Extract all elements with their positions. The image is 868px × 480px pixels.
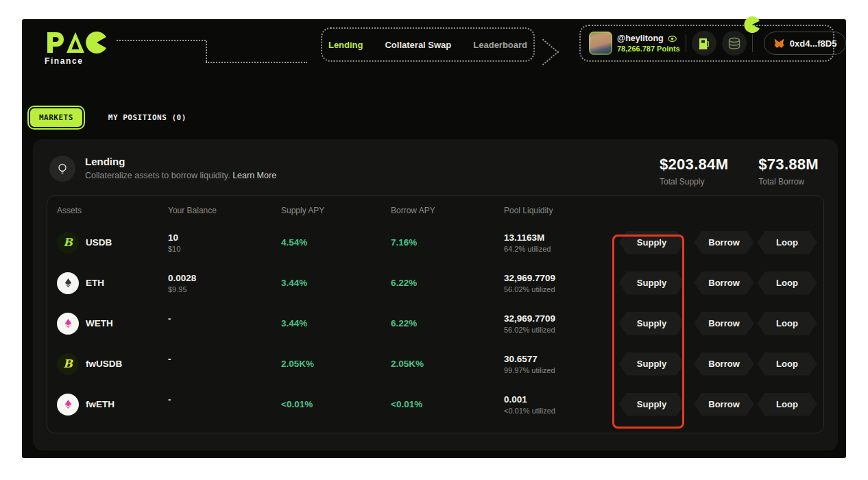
loop-button[interactable]: Loop (757, 272, 817, 295)
supply-apy: 4.54% (281, 237, 391, 248)
borrow-apy: 2.05K% (391, 359, 504, 369)
loop-button[interactable]: Loop (757, 312, 817, 335)
balance-cell: - (168, 354, 281, 374)
nav-item-lending[interactable]: Lending (328, 40, 363, 50)
nav-item-collateral-swap[interactable]: Collateral Swap (385, 40, 451, 50)
wallet-button[interactable]: 0xd4...f8D5 (764, 32, 847, 55)
divider (686, 34, 686, 52)
liquidity-amount: 13.1163M (504, 232, 612, 243)
weth-token-icon: B (57, 313, 79, 335)
panel-title: Lending (85, 156, 276, 167)
gas-button[interactable] (692, 31, 716, 56)
liquidity-utilized: 64.2% utilized (504, 245, 612, 253)
coins-button[interactable] (722, 31, 747, 56)
dotted-trail (206, 62, 307, 63)
borrow-button[interactable]: Borrow (694, 352, 754, 376)
liquidity-utilized: 56.02% utilized (504, 326, 612, 334)
balance-cell: 0.0028 $9.95 (168, 273, 281, 293)
lending-header: Lending Collateralize assets to borrow l… (33, 139, 838, 187)
totals: $203.84M Total Supply $73.88M Total Borr… (660, 156, 823, 187)
asset-cell: B fwETH (57, 394, 168, 416)
table-row: B fwETH - <0.01% <0.01% 0.001 <0.01% uti… (47, 384, 823, 424)
account-bar: @heylitong 78,266.787 Points (579, 25, 834, 62)
borrow-button[interactable]: Borrow (694, 393, 754, 416)
fwusdb-token-icon: B (57, 353, 79, 375)
supply-button[interactable]: Supply (619, 352, 685, 376)
asset-name: WETH (86, 318, 113, 328)
dotted-trail (542, 39, 559, 53)
asset-name: fwETH (86, 399, 114, 409)
wallet-address: 0xd4...f8D5 (790, 38, 837, 49)
liquidity-cell: 0.001 <0.01% utilized (504, 394, 612, 415)
col-your-balance: Your Balance (168, 206, 281, 215)
liquidity-amount: 0.001 (504, 394, 612, 405)
brand-name: PAC (45, 55, 45, 56)
tab-my-positions[interactable]: MY POSITIONS (0) (108, 113, 186, 122)
liquidity-amount: 30.6577 (504, 354, 612, 364)
table-row: B WETH - 3.44% 6.22% 32,969.7709 56.02% … (47, 303, 823, 344)
borrow-button[interactable]: Borrow (694, 312, 754, 335)
balance-cell: - (168, 313, 281, 333)
balance-usd (168, 407, 281, 414)
eye-icon[interactable] (667, 35, 677, 43)
nav-item-leaderboard[interactable]: Leaderboard (473, 40, 527, 50)
borrow-apy: 7.16% (391, 237, 504, 248)
supply-button[interactable]: Supply (619, 272, 685, 295)
total-supply-label: Total Supply (660, 177, 728, 187)
balance-amount: 0.0028 (168, 273, 281, 283)
balance-amount: 10 (168, 232, 281, 243)
brand-subtitle: Finance (45, 56, 108, 66)
borrow-button[interactable]: Borrow (694, 272, 754, 295)
loop-button[interactable]: Loop (757, 393, 817, 416)
account-handle: @heylitong (617, 34, 664, 43)
total-borrow-label: Total Borrow (758, 177, 819, 187)
main-nav: Lending Collateral Swap Leaderboard (321, 27, 535, 62)
supply-button[interactable]: Supply (619, 393, 685, 416)
borrow-button[interactable]: Borrow (694, 231, 754, 254)
balance-usd: $10 (168, 245, 281, 253)
total-supply-value: $203.84M (660, 156, 728, 173)
liquidity-amount: 32,969.7709 (504, 313, 612, 324)
dotted-trail (117, 40, 206, 41)
borrow-apy: 6.22% (391, 318, 504, 328)
liquidity-utilized: 56.02% utilized (504, 285, 612, 293)
dotted-trail (542, 51, 559, 66)
total-borrow-stat: $73.88M Total Borrow (758, 156, 819, 187)
asset-cell: B fwUSDB (57, 353, 168, 375)
liquidity-utilized: <0.01% utilized (504, 407, 612, 415)
supply-apy: 3.44% (281, 318, 391, 328)
table-row: B ETH 0.0028 $9.95 3.44% 6.22% 32,969.77… (47, 263, 823, 303)
balance-cell: - (168, 394, 281, 414)
panel-subtitle: Collateralize assets to borrow liquidity… (85, 171, 230, 180)
loop-button[interactable]: Loop (757, 231, 817, 254)
liquidity-cell: 13.1163M 64.2% utilized (504, 232, 612, 253)
balance-usd (168, 366, 281, 374)
liquidity-cell: 32,969.7709 56.02% utilized (504, 313, 612, 334)
supply-button[interactable]: Supply (619, 312, 685, 335)
usdb-token-icon: B (57, 232, 79, 254)
col-pool-liquidity: Pool Liquidity (504, 206, 612, 215)
eth-token-icon: B (57, 272, 79, 294)
asset-cell: B USDB (57, 232, 168, 254)
col-supply-apy: Supply APY (281, 206, 391, 215)
pacman-icon (744, 16, 760, 36)
balance-cell: 10 $10 (168, 232, 281, 253)
table-header: Assets Your Balance Supply APY Borrow AP… (47, 196, 823, 215)
pac-finance-logo[interactable]: PAC Finance (45, 30, 108, 66)
asset-cell: B ETH (57, 272, 168, 294)
liquidity-amount: 32,969.7709 (504, 273, 612, 283)
avatar[interactable] (589, 32, 612, 55)
asset-cell: B WETH (57, 313, 168, 335)
loop-button[interactable]: Loop (757, 352, 817, 376)
supply-button[interactable]: Supply (619, 231, 685, 254)
lightbulb-badge (49, 156, 75, 182)
app-window: PAC Finance Lending Collateral Swap Lead… (22, 19, 846, 458)
borrow-apy: 6.22% (391, 278, 504, 288)
lightbulb-icon (56, 162, 69, 176)
dotted-trail (206, 41, 207, 62)
learn-more-link[interactable]: Learn More (232, 171, 276, 180)
tab-markets[interactable]: MARKETS (29, 107, 84, 128)
liquidity-cell: 30.6577 99.97% utilized (504, 354, 612, 374)
asset-name: USDB (86, 237, 112, 248)
supply-apy: 2.05K% (281, 359, 391, 369)
